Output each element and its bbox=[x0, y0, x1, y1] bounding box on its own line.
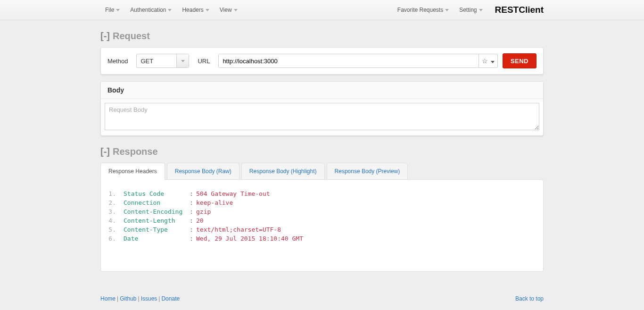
tab-response-body-preview-[interactable]: Response Body (Preview) bbox=[327, 163, 408, 180]
chevron-down-icon bbox=[479, 9, 483, 11]
chevron-down-icon bbox=[445, 9, 449, 11]
url-history-dropdown-icon[interactable] bbox=[491, 57, 495, 65]
menu-item-headers[interactable]: Headers bbox=[177, 4, 214, 16]
header-row: 4.Content-Length:20 bbox=[107, 216, 537, 225]
header-name: Connection bbox=[124, 199, 190, 206]
body-header: Body bbox=[101, 82, 543, 99]
header-value: 504 Gateway Time-out bbox=[196, 190, 270, 197]
footer-links: Home|Github|Issues|Donate bbox=[100, 295, 180, 302]
menu-item-setting[interactable]: Setting bbox=[454, 4, 487, 16]
header-row: 1.Status Code:504 Gateway Time-out bbox=[107, 189, 537, 198]
method-value: GET bbox=[140, 58, 153, 65]
menu-item-file[interactable]: File bbox=[100, 4, 124, 16]
header-row: 3.Content-Encoding:gzip bbox=[107, 207, 537, 216]
line-number: 5. bbox=[107, 226, 124, 233]
method-label: Method bbox=[107, 58, 128, 65]
url-input[interactable] bbox=[219, 54, 478, 67]
header-row: 6.Date:Wed, 29 Jul 2015 18:10:40 GMT bbox=[107, 234, 537, 243]
request-panel: Method GET URL ☆ SEND bbox=[100, 47, 544, 75]
request-body-input[interactable] bbox=[105, 103, 539, 130]
response-content: 1.Status Code:504 Gateway Time-out2.Conn… bbox=[100, 179, 544, 272]
request-title-text: Request bbox=[113, 31, 150, 42]
tab-response-body-raw-[interactable]: Response Body (Raw) bbox=[167, 163, 239, 180]
brand: RESTClient bbox=[495, 5, 544, 15]
request-section-title: [-] Request bbox=[100, 31, 544, 42]
line-number: 6. bbox=[107, 235, 124, 242]
header-name: Content-Type bbox=[124, 226, 190, 233]
footer-link-issues[interactable]: Issues bbox=[141, 295, 157, 302]
header-colon: : bbox=[190, 226, 196, 233]
tab-response-body-highlight-[interactable]: Response Body (Highlight) bbox=[241, 163, 325, 180]
footer: Home|Github|Issues|Donate Back to top bbox=[100, 295, 544, 302]
response-title-text: Response bbox=[113, 146, 158, 157]
footer-link-github[interactable]: Github bbox=[120, 295, 136, 302]
header-name: Status Code bbox=[124, 190, 190, 197]
collapse-icon[interactable]: [-] bbox=[100, 146, 110, 157]
header-colon: : bbox=[190, 217, 196, 224]
header-name: Content-Length bbox=[124, 217, 190, 224]
chevron-down-icon bbox=[206, 9, 209, 11]
chevron-down-icon bbox=[234, 9, 238, 11]
header-name: Content-Encoding bbox=[124, 208, 190, 215]
chevron-down-icon bbox=[116, 9, 120, 11]
header-value: Wed, 29 Jul 2015 18:10:40 GMT bbox=[196, 235, 303, 242]
back-to-top-link[interactable]: Back to top bbox=[515, 295, 544, 302]
send-button[interactable]: SEND bbox=[503, 53, 537, 68]
method-dropdown-icon[interactable] bbox=[176, 54, 189, 67]
favorite-star-icon[interactable]: ☆ bbox=[482, 57, 488, 65]
response-headers-list: 1.Status Code:504 Gateway Time-out2.Conn… bbox=[107, 189, 537, 243]
line-number: 1. bbox=[107, 190, 124, 197]
header-colon: : bbox=[190, 208, 196, 215]
method-select[interactable]: GET bbox=[136, 54, 189, 68]
header-colon: : bbox=[190, 235, 196, 242]
menu-item-authentication[interactable]: Authentication bbox=[125, 4, 176, 16]
header-name: Date bbox=[124, 235, 190, 242]
topbar: FileAuthenticationHeadersView Favorite R… bbox=[0, 0, 644, 20]
collapse-icon[interactable]: [-] bbox=[100, 31, 110, 42]
line-number: 4. bbox=[107, 217, 124, 224]
menu-right: Favorite RequestsSetting bbox=[393, 4, 487, 16]
header-colon: : bbox=[190, 190, 196, 197]
footer-link-home[interactable]: Home bbox=[100, 295, 116, 302]
response-section-title: [-] Response bbox=[100, 146, 544, 157]
response-tabs: Response HeadersResponse Body (Raw)Respo… bbox=[100, 163, 544, 180]
footer-link-donate[interactable]: Donate bbox=[161, 295, 180, 302]
header-value: gzip bbox=[196, 208, 211, 215]
menu-left: FileAuthenticationHeadersView bbox=[100, 4, 242, 16]
header-value: text/html;charset=UTF-8 bbox=[196, 226, 281, 233]
header-row: 2.Connection:keep-alive bbox=[107, 198, 537, 207]
tab-response-headers[interactable]: Response Headers bbox=[100, 163, 165, 180]
header-value: keep-alive bbox=[196, 199, 233, 206]
header-row: 5.Content-Type:text/html;charset=UTF-8 bbox=[107, 225, 537, 234]
line-number: 2. bbox=[107, 199, 124, 206]
menu-item-view[interactable]: View bbox=[215, 4, 242, 16]
line-number: 3. bbox=[107, 208, 124, 215]
header-value: 20 bbox=[196, 217, 204, 224]
header-colon: : bbox=[190, 199, 196, 206]
chevron-down-icon bbox=[168, 9, 172, 11]
url-input-wrap: ☆ bbox=[218, 54, 497, 68]
body-panel: Body bbox=[100, 81, 544, 136]
menu-item-favorite-requests[interactable]: Favorite Requests bbox=[393, 4, 454, 16]
url-label: URL bbox=[198, 58, 210, 65]
